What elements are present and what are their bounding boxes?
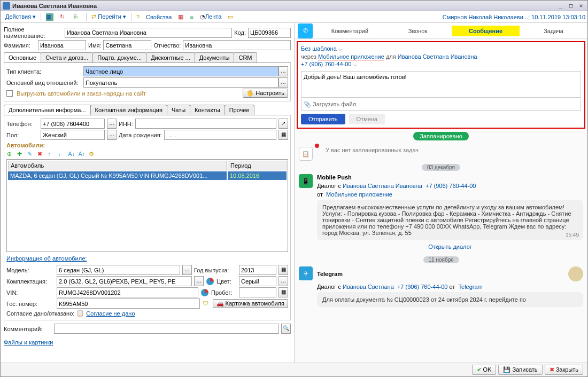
- open-dialog-link[interactable]: Открыть диалог: [317, 244, 583, 250]
- toolbar-icon-5[interactable]: ≡: [187, 13, 196, 21]
- down-icon[interactable]: ↓: [58, 151, 65, 158]
- full-name-input[interactable]: [65, 28, 232, 38]
- add2-icon[interactable]: ✚: [17, 151, 25, 158]
- phone-input[interactable]: [41, 119, 105, 129]
- client-type-input[interactable]: [83, 66, 278, 76]
- subtab-other[interactable]: Прочее: [225, 105, 254, 115]
- phone-picker[interactable]: …: [107, 119, 117, 129]
- actions-menu[interactable]: Действия ▾: [3, 12, 38, 21]
- gosnum-input[interactable]: [57, 299, 200, 309]
- tab-docs[interactable]: Подтв. докуме...: [92, 52, 146, 62]
- tab-documents[interactable]: Документы: [195, 52, 235, 62]
- toolbar-icon-6[interactable]: ▭: [225, 12, 236, 21]
- sort-desc-icon[interactable]: A↑: [78, 151, 86, 158]
- inn-input[interactable]: [135, 119, 276, 129]
- rtab-call[interactable]: Звонок: [384, 26, 452, 36]
- rtab-task[interactable]: Задача: [520, 26, 587, 36]
- consent-link[interactable]: Согласие не дано: [86, 310, 135, 317]
- rel-input[interactable]: [83, 77, 278, 88]
- compose-phone[interactable]: +7 (906) 760-44-00 ⌵: [301, 61, 357, 67]
- maximize-button[interactable]: □: [567, 2, 575, 9]
- code-input[interactable]: [248, 28, 291, 38]
- comment-search[interactable]: 🔍: [281, 324, 291, 334]
- up-icon[interactable]: ↑: [48, 151, 55, 158]
- compl-input[interactable]: [57, 276, 192, 286]
- tg-client-link[interactable]: Иванова Светлана: [343, 284, 394, 290]
- vin-input[interactable]: [57, 287, 198, 297]
- feed: 📋 У вас нет запланированных задач 03 дек…: [295, 142, 587, 363]
- patronymic-input[interactable]: [183, 40, 291, 50]
- subtab-addinfo[interactable]: Дополнительная информа...: [4, 105, 91, 115]
- props-button[interactable]: Свойства: [143, 13, 174, 21]
- rtab-message[interactable]: Сообщение: [452, 26, 520, 36]
- dob-input[interactable]: [164, 130, 276, 140]
- push-icon: 📱: [299, 174, 313, 188]
- pie-icon-2[interactable]: [201, 289, 208, 296]
- feed-button[interactable]: ◔Лента: [197, 12, 224, 21]
- channel-link[interactable]: Мобильное приложение: [318, 53, 384, 60]
- subtab-chats[interactable]: Чаты: [167, 105, 190, 115]
- save-button-bottom[interactable]: 💾 Записать: [498, 365, 542, 375]
- client-type-picker[interactable]: …: [278, 66, 288, 76]
- help-button[interactable]: ?: [134, 13, 142, 21]
- ok-button[interactable]: ✔ OK: [472, 365, 497, 375]
- push-phone-link[interactable]: +7 (906) 760-44-00: [425, 183, 476, 189]
- edit-icon[interactable]: ✎: [27, 151, 35, 158]
- attach-button[interactable]: 📎 Загрузить файл: [301, 99, 581, 111]
- model-input[interactable]: [57, 265, 180, 275]
- configure-button[interactable]: 🖐 Настроить: [243, 89, 288, 98]
- push-client-link[interactable]: Иванова Светлана Ивановна: [343, 183, 422, 189]
- car-header-period[interactable]: Период: [228, 161, 287, 170]
- delete-icon[interactable]: ✖: [37, 151, 45, 158]
- car-card-button[interactable]: 🚗 Карточка автомобиля: [213, 299, 288, 308]
- close-button[interactable]: ✕: [577, 2, 585, 9]
- gender-input[interactable]: [41, 130, 105, 140]
- year-spin[interactable]: ▦: [278, 265, 288, 275]
- badge-icon[interactable]: 🛡: [203, 300, 210, 308]
- dob-calendar[interactable]: ▦: [278, 130, 288, 140]
- export-checkbox[interactable]: [6, 90, 13, 97]
- inn-action[interactable]: ↗: [278, 119, 288, 129]
- toolbar-icon-3[interactable]: ⎘: [71, 12, 84, 21]
- rel-picker[interactable]: …: [278, 77, 288, 88]
- compl-picker[interactable]: …: [194, 276, 204, 286]
- mileage-spin[interactable]: ▦: [278, 287, 288, 297]
- tg-app-link[interactable]: Telegram: [459, 284, 483, 290]
- comment-input[interactable]: [54, 324, 279, 334]
- phone-icon[interactable]: ✆: [298, 23, 313, 38]
- toolbar-icon-1[interactable]: ▦: [43, 12, 56, 21]
- pie-icon[interactable]: [206, 278, 214, 285]
- car-row[interactable]: MAZDA, 6 седан (GJ, GL) Серый № K995AM50…: [8, 171, 287, 180]
- color-input[interactable]: [239, 276, 276, 286]
- year-input[interactable]: [239, 265, 276, 275]
- tab-discount[interactable]: Дисконтные ...: [146, 52, 195, 62]
- files-link[interactable]: Файлы и картинки: [4, 339, 53, 345]
- tab-main[interactable]: Основные: [4, 52, 41, 62]
- tab-accounts[interactable]: Счета и догов...: [41, 52, 93, 62]
- model-picker[interactable]: …: [182, 265, 192, 275]
- sort-asc-icon[interactable]: A↓: [68, 151, 75, 158]
- close-button-bottom[interactable]: ✖ Закрыть: [545, 365, 583, 375]
- cancel-button[interactable]: Отмена: [349, 114, 385, 124]
- goto-menu[interactable]: ⇄ Перейти ▾: [89, 12, 129, 21]
- minimize-button[interactable]: _: [556, 2, 565, 9]
- subtab-contact[interactable]: Контактная информация: [90, 105, 167, 115]
- name-input[interactable]: [103, 40, 151, 50]
- gender-picker[interactable]: …: [107, 130, 117, 140]
- surname-input[interactable]: [38, 40, 86, 50]
- add-icon[interactable]: ⊕: [7, 151, 14, 158]
- toolbar-icon-4[interactable]: ▦: [175, 12, 186, 21]
- push-app-link[interactable]: Мобильное приложение: [326, 191, 392, 198]
- message-textarea[interactable]: Добрый день! Ваш автомобиль готов!: [301, 71, 581, 98]
- color-picker[interactable]: …: [278, 276, 288, 286]
- config-icon[interactable]: ⚙: [89, 151, 96, 158]
- car-header-car[interactable]: Автомобиль: [8, 161, 227, 170]
- send-button[interactable]: Отправить: [301, 114, 345, 124]
- rtab-comment[interactable]: Комментарий: [316, 26, 384, 36]
- tg-phone-link[interactable]: +7 (906) 760-44-00: [397, 284, 447, 290]
- toolbar-icon-2[interactable]: ↻: [57, 12, 70, 21]
- mileage-input[interactable]: [239, 287, 276, 297]
- template-link[interactable]: Без шаблона ⌵: [301, 45, 342, 52]
- tab-crm[interactable]: CRM: [234, 52, 257, 62]
- subtab-contacts[interactable]: Контакты: [190, 105, 225, 115]
